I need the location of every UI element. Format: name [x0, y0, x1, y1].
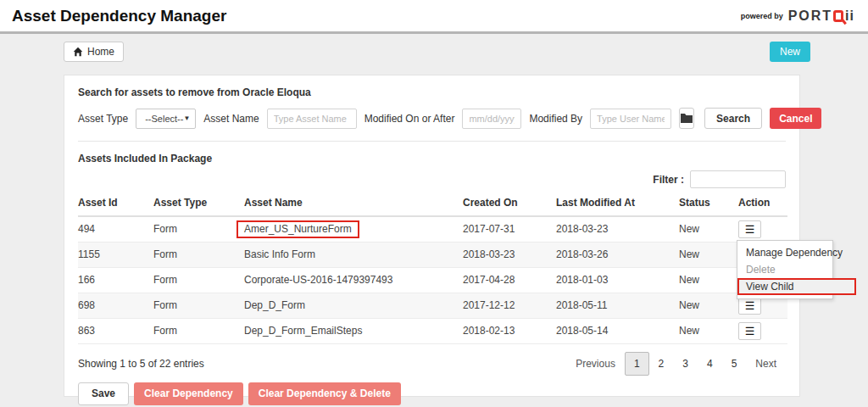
search-button[interactable]: Search — [704, 108, 762, 129]
brand-text: PORT — [788, 8, 832, 23]
modified-by-input[interactable] — [590, 109, 671, 129]
table-row: 166 Form Corporate-US-2016-1479397493 20… — [78, 267, 787, 293]
cell-asset-type: Form — [153, 242, 244, 267]
main-card: Search for assets to remove from Oracle … — [64, 75, 800, 397]
cell-last-modified: 2018-03-26 — [556, 242, 679, 267]
cell-asset-id: 863 — [78, 318, 153, 343]
asset-name-label: Asset Name — [203, 113, 259, 125]
titlebar: Asset Dependency Manager powered by PORT… — [0, 0, 868, 34]
cell-last-modified: 2018-05-11 — [556, 293, 679, 318]
assets-table: Asset Id Asset Type Asset Name Created O… — [78, 191, 787, 344]
hamburger-icon: ☰ — [745, 325, 755, 337]
annotation-box: Amer_US_NurtureForm — [236, 220, 359, 238]
table-row: 698 Form Dep_D_Form 2017-12-12 2018-05-1… — [78, 293, 787, 318]
home-button[interactable]: Home — [64, 42, 124, 62]
modified-on-label: Modified On or After — [364, 113, 455, 125]
status-badge: New — [679, 293, 738, 318]
filter-row: Filter : — [78, 170, 786, 188]
cell-created-on: 2018-02-13 — [463, 318, 556, 343]
brand-wordmark: PORTii — [788, 8, 854, 24]
search-form: Asset Type --Select-- ▼ Asset Name Modif… — [78, 108, 786, 129]
clear-dependency-button[interactable]: Clear Dependency — [134, 382, 243, 405]
status-badge: New — [679, 267, 738, 293]
cell-asset-name: Amer_US_NurtureForm — [244, 216, 463, 242]
asset-type-select-value: --Select-- — [145, 114, 183, 124]
row-menu-button[interactable]: ☰ — [738, 220, 761, 238]
cell-asset-id: 494 — [78, 216, 153, 242]
package-section-heading: Assets Included In Package — [78, 153, 786, 164]
col-header-asset-id: Asset Id — [78, 191, 153, 216]
table-row: 1155 Form Basic Info Form 2018-03-23 201… — [78, 242, 787, 267]
cell-asset-name: Corporate-US-2016-1479397493 — [244, 267, 463, 293]
table-row: 494 Form Amer_US_NurtureForm 2017-07-31 … — [78, 216, 787, 242]
col-header-last-modified: Last Modified At — [556, 191, 679, 216]
cell-action: ☰ Manage Dependency Delete View Child — [738, 216, 787, 242]
table-footer: Showing 1 to 5 of 22 entries Previous 1 … — [78, 352, 786, 376]
filter-input[interactable] — [690, 170, 786, 188]
cell-created-on: 2017-12-12 — [463, 293, 556, 318]
cell-last-modified: 2018-01-03 — [556, 267, 679, 293]
cell-asset-type: Form — [153, 267, 244, 293]
menu-item-view-child[interactable]: View Child — [737, 278, 856, 295]
hamburger-icon: ☰ — [745, 223, 755, 236]
asset-type-select[interactable]: --Select-- ▼ — [136, 109, 196, 129]
status-badge: New — [679, 242, 738, 267]
status-badge: New — [679, 318, 738, 343]
col-header-asset-type: Asset Type — [153, 191, 244, 216]
pagination-next[interactable]: Next — [746, 352, 786, 376]
cell-asset-id: 1155 — [78, 242, 153, 267]
pagination-page-5[interactable]: 5 — [722, 352, 747, 376]
table-header-row: Asset Id Asset Type Asset Name Created O… — [78, 191, 787, 216]
brand-logo: powered by PORTii — [741, 8, 854, 24]
search-section-heading: Search for assets to remove from Oracle … — [78, 86, 786, 98]
status-badge: New — [679, 216, 738, 242]
clear-dependency-delete-button[interactable]: Clear Dependency & Delete — [248, 382, 401, 405]
pagination-page-4[interactable]: 4 — [698, 352, 722, 376]
pagination-page-1[interactable]: 1 — [625, 352, 649, 376]
menu-item-delete[interactable]: Delete — [737, 261, 832, 278]
modified-on-input[interactable] — [462, 109, 521, 129]
home-button-label: Home — [87, 46, 114, 58]
filter-label: Filter : — [653, 174, 684, 186]
table-row: 863 Form Dep_D_Form_EmailSteps 2018-02-1… — [78, 318, 787, 343]
divider — [78, 141, 786, 142]
cell-asset-type: Form — [153, 293, 244, 318]
col-header-created-on: Created On — [463, 191, 556, 216]
chevron-down-icon: ▼ — [183, 114, 190, 122]
cell-last-modified: 2018-05-14 — [556, 318, 679, 343]
row-menu-button[interactable]: ☰ — [738, 322, 761, 340]
row-action-menu: Manage Dependency Delete View Child — [737, 240, 833, 299]
pagination-page-2[interactable]: 2 — [649, 352, 674, 376]
cell-asset-name: Dep_D_Form_EmailSteps — [244, 318, 463, 343]
cell-asset-type: Form — [153, 318, 244, 343]
menu-item-manage-dependency[interactable]: Manage Dependency — [737, 244, 832, 261]
pagination-page-3[interactable]: 3 — [673, 352, 698, 376]
hamburger-icon: ☰ — [745, 299, 755, 312]
cell-asset-name: Dep_D_Form — [244, 293, 463, 318]
cell-asset-name: Basic Info Form — [244, 242, 463, 267]
pagination: Previous 1 2 3 4 5 Next — [566, 352, 786, 376]
cell-asset-type: Form — [153, 216, 244, 242]
cancel-button[interactable]: Cancel — [770, 108, 821, 129]
cell-created-on: 2017-04-28 — [463, 267, 556, 293]
modified-by-label: Modified By — [529, 113, 582, 125]
showing-entries-label: Showing 1 to 5 of 22 entries — [78, 358, 204, 370]
cell-created-on: 2017-07-31 — [463, 216, 556, 242]
col-header-asset-name: Asset Name — [244, 191, 463, 216]
asset-name-input[interactable] — [267, 109, 357, 129]
col-header-status: Status — [679, 191, 738, 216]
folder-icon — [680, 113, 693, 124]
cell-last-modified: 2018-03-23 — [556, 216, 679, 242]
cell-action: ☰ — [738, 318, 787, 343]
cell-asset-id: 698 — [78, 293, 153, 318]
bottom-actions: Save Clear Dependency Clear Dependency &… — [78, 382, 786, 405]
brand-suffix: ii — [845, 8, 854, 23]
folder-button[interactable] — [679, 108, 694, 129]
new-button[interactable]: New — [770, 42, 810, 62]
save-button[interactable]: Save — [78, 382, 129, 405]
asset-type-label: Asset Type — [78, 113, 128, 125]
home-icon — [73, 47, 83, 57]
col-header-action: Action — [738, 191, 787, 216]
cell-asset-id: 166 — [78, 267, 153, 293]
pagination-previous[interactable]: Previous — [566, 352, 625, 376]
